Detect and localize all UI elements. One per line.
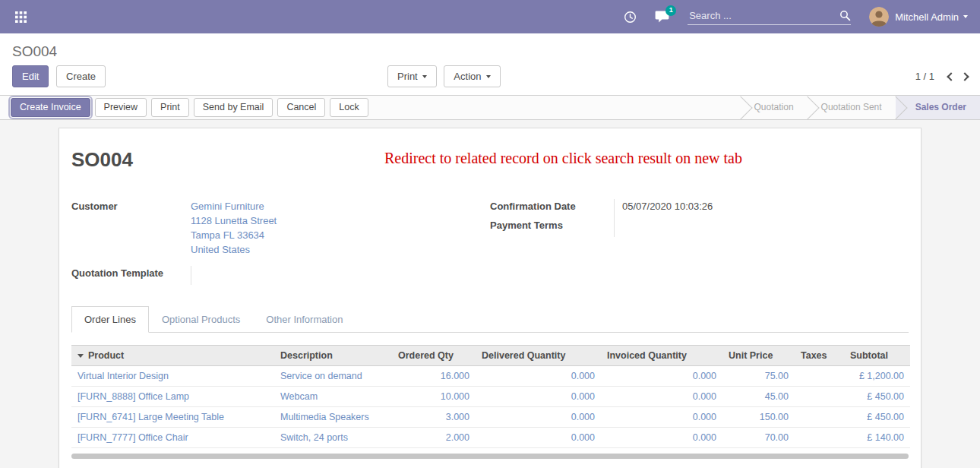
description-link[interactable]: Multimedia Speakers bbox=[280, 412, 369, 422]
delivered-qty-cell: 0.000 bbox=[476, 387, 601, 407]
notebook-tabs: Order Lines Optional Products Other Info… bbox=[71, 306, 909, 333]
pager: 1 / 1 bbox=[915, 71, 968, 82]
order-line-row[interactable]: [FURN_8888] Office Lamp Webcam 10.000 0.… bbox=[71, 387, 910, 407]
product-link[interactable]: Virtual Interior Design bbox=[77, 371, 169, 381]
product-link[interactable]: [FURN_6741] Large Meeting Table bbox=[77, 412, 224, 422]
print-menu-button[interactable]: Print bbox=[387, 65, 437, 87]
form-buttons: Edit Create bbox=[12, 65, 106, 87]
customer-name-link[interactable]: Gemini Furniture bbox=[191, 199, 490, 213]
order-line-row[interactable]: Virtual Interior Design Service on deman… bbox=[71, 366, 910, 387]
action-menu-button[interactable]: Action bbox=[444, 65, 500, 87]
col-header-description[interactable]: Description bbox=[274, 346, 392, 366]
product-link[interactable]: [FURN_7777] Office Chair bbox=[77, 432, 188, 443]
statusbar: Create Invoice Preview Print Send by Ema… bbox=[0, 95, 980, 120]
col-header-product[interactable]: Product bbox=[71, 346, 274, 366]
activities-button[interactable] bbox=[624, 11, 637, 24]
description-link[interactable]: Service on demand bbox=[280, 371, 362, 381]
quotation-template-value[interactable] bbox=[191, 266, 490, 285]
clock-icon bbox=[624, 11, 637, 24]
action-menus: Print Action bbox=[387, 65, 501, 87]
caret-down-icon bbox=[77, 354, 84, 358]
product-link[interactable]: [FURN_8888] Office Lamp bbox=[77, 391, 189, 402]
tab-other-information[interactable]: Other Information bbox=[253, 306, 356, 333]
apps-grid-icon bbox=[15, 11, 27, 23]
col-header-unit-price[interactable]: Unit Price bbox=[722, 346, 795, 366]
tab-order-lines[interactable]: Order Lines bbox=[71, 306, 149, 333]
annotation-text: Redirect to related record on click sear… bbox=[384, 150, 742, 167]
right-field-group: Confirmation Date 05/07/2020 10:03:26 Pa… bbox=[490, 199, 909, 285]
subtotal-cell: £ 450.00 bbox=[844, 407, 910, 428]
global-search bbox=[688, 9, 851, 25]
ordered-qty-cell: 10.000 bbox=[392, 387, 476, 407]
messages-badge: 1 bbox=[665, 5, 676, 16]
invoiced-qty-cell: 0.000 bbox=[601, 428, 722, 448]
search-icon[interactable] bbox=[839, 10, 851, 21]
pager-previous-button[interactable] bbox=[947, 72, 955, 81]
form-view-content: SO004 Redirect to related record on clic… bbox=[0, 120, 980, 468]
invoiced-qty-cell: 0.000 bbox=[601, 407, 722, 428]
subtotal-cell: £ 140.00 bbox=[844, 428, 910, 448]
unit-price-cell: 75.00 bbox=[722, 366, 795, 387]
status-quotation-sent[interactable]: Quotation Sent bbox=[808, 96, 896, 119]
create-invoice-button[interactable]: Create Invoice bbox=[11, 98, 90, 117]
taxes-cell bbox=[795, 428, 844, 448]
preview-button[interactable]: Preview bbox=[95, 98, 147, 117]
payment-terms-label: Payment Terms bbox=[490, 218, 614, 237]
user-menu[interactable]: Mitchell Admin bbox=[869, 7, 968, 27]
col-header-invoiced-qty[interactable]: Invoiced Quantity bbox=[601, 346, 722, 366]
ordered-qty-cell: 16.000 bbox=[392, 366, 476, 387]
delivered-qty-cell: 0.000 bbox=[476, 428, 601, 448]
status-sales-order[interactable]: Sales Order bbox=[896, 96, 980, 119]
unit-price-cell: 150.00 bbox=[722, 407, 795, 428]
print-button[interactable]: Print bbox=[151, 98, 189, 117]
taxes-cell bbox=[795, 366, 844, 387]
col-header-subtotal[interactable]: Subtotal bbox=[844, 346, 910, 366]
col-header-delivered-qty[interactable]: Delivered Quantity bbox=[476, 346, 601, 366]
caret-down-icon bbox=[963, 15, 968, 18]
order-line-row[interactable]: [FURN_6741] Large Meeting Table Multimed… bbox=[71, 407, 910, 428]
col-header-taxes[interactable]: Taxes bbox=[795, 346, 844, 366]
pager-next-button[interactable] bbox=[960, 72, 969, 81]
table-header-row: Product Description Ordered Qty Delivere… bbox=[71, 346, 910, 366]
form-sheet: SO004 Redirect to related record on clic… bbox=[58, 128, 922, 468]
taxes-cell bbox=[795, 387, 844, 407]
tab-optional-products[interactable]: Optional Products bbox=[149, 306, 253, 333]
description-link[interactable]: Switch, 24 ports bbox=[280, 432, 348, 443]
description-link[interactable]: Webcam bbox=[280, 391, 318, 402]
subtotal-cell: £ 1,200.00 bbox=[844, 366, 910, 387]
subtotal-cell: £ 450.00 bbox=[844, 387, 910, 407]
confirmation-date-label: Confirmation Date bbox=[490, 199, 614, 218]
cancel-button[interactable]: Cancel bbox=[277, 98, 325, 117]
pager-value[interactable]: 1 / 1 bbox=[915, 71, 934, 82]
create-button[interactable]: Create bbox=[56, 65, 106, 87]
customer-value: Gemini Furniture 1128 Lunetta Street Tam… bbox=[191, 199, 490, 257]
unit-price-cell: 70.00 bbox=[722, 428, 795, 448]
field-groups: Customer Gemini Furniture 1128 Lunetta S… bbox=[71, 199, 909, 285]
apps-menu-button[interactable] bbox=[12, 8, 30, 26]
statusbar-buttons: Create Invoice Preview Print Send by Ema… bbox=[11, 98, 368, 117]
customer-city: Tampa FL 33634 bbox=[191, 228, 490, 242]
payment-terms-value[interactable] bbox=[614, 218, 909, 237]
customer-country: United States bbox=[191, 242, 490, 257]
search-input[interactable] bbox=[688, 9, 839, 22]
control-panel: Edit Create Print Action 1 / 1 bbox=[0, 62, 980, 95]
col-header-ordered-qty[interactable]: Ordered Qty bbox=[392, 346, 476, 366]
taxes-cell bbox=[795, 407, 844, 428]
print-menu-label: Print bbox=[397, 71, 418, 82]
caret-down-icon bbox=[422, 75, 427, 78]
status-pipeline: Quotation Quotation Sent Sales Order bbox=[741, 96, 980, 119]
ordered-qty-cell: 2.000 bbox=[392, 428, 476, 448]
action-menu-label: Action bbox=[454, 71, 481, 82]
ordered-qty-cell: 3.000 bbox=[392, 407, 476, 428]
order-line-row[interactable]: [FURN_7777] Office Chair Switch, 24 port… bbox=[71, 428, 910, 448]
invoiced-qty-cell: 0.000 bbox=[601, 366, 722, 387]
customer-label: Customer bbox=[71, 199, 191, 257]
delivered-qty-cell: 0.000 bbox=[476, 407, 601, 428]
edit-button[interactable]: Edit bbox=[12, 65, 49, 87]
lock-button[interactable]: Lock bbox=[330, 98, 368, 117]
messages-button[interactable]: 1 bbox=[655, 11, 669, 23]
table-scrollbar[interactable] bbox=[71, 454, 909, 459]
user-name: Mitchell Admin bbox=[895, 11, 959, 23]
send-by-email-button[interactable]: Send by Email bbox=[194, 98, 273, 117]
systray: 1 Mitchell Admin bbox=[624, 7, 968, 27]
